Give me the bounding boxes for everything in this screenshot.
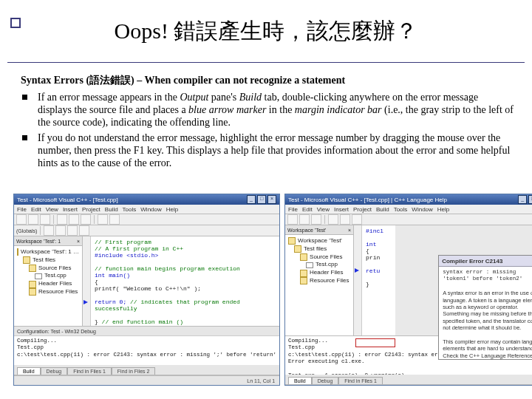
output-pane: Configuration: Test - Win32 Debug Compil… [14, 326, 279, 375]
toolbar-button[interactable] [40, 214, 50, 225]
panel-close-icon[interactable]: × [348, 228, 351, 233]
code-line: // function main begins program executio… [95, 265, 240, 272]
window-title: Test - Microsoft Visual C++ - [Test.cpp]… [288, 197, 447, 203]
code-line: retu [366, 267, 392, 274]
menu-item[interactable]: View [317, 206, 330, 213]
close-button[interactable]: × [267, 195, 276, 204]
tree-row[interactable]: Test.cpp [288, 261, 350, 269]
menu-item[interactable]: File [17, 206, 27, 213]
toolbar-button[interactable] [352, 214, 362, 225]
folder-icon [300, 277, 307, 284]
tab-debug[interactable]: Debug [312, 377, 339, 384]
toolbar-button[interactable] [328, 214, 338, 225]
toolbar-button[interactable] [299, 214, 310, 225]
tab-build[interactable]: Build [288, 377, 312, 384]
menu-item[interactable]: Help [166, 206, 178, 213]
tree-row[interactable]: Test files [17, 256, 79, 265]
menu-item[interactable]: Build [105, 206, 118, 213]
menu-item[interactable]: File [288, 206, 298, 213]
help-body[interactable]: syntax error : missing 'token1' before '… [439, 267, 532, 359]
margin-indicator-bar [354, 225, 362, 335]
tree-row[interactable]: Test.cpp [17, 272, 79, 280]
menu-item[interactable]: Help [437, 206, 449, 213]
toolbar-button[interactable] [69, 214, 79, 225]
tab-find2[interactable]: Find in Files 2 [112, 367, 156, 375]
maximize-button[interactable]: □ [528, 195, 532, 204]
code-editor[interactable]: #incl int { prin retu } [354, 225, 395, 335]
ide-window-right: Test - Microsoft Visual C++ - [Test.cpp]… [284, 194, 532, 386]
tree-row[interactable]: Header Files [288, 269, 350, 277]
toolbar-button[interactable] [67, 225, 78, 236]
code-line [366, 274, 392, 281]
tab-find1[interactable]: Find in Files 1 [338, 377, 383, 384]
maximize-button[interactable]: □ [257, 195, 266, 204]
tab-find1[interactable]: Find in Files 1 [67, 367, 112, 375]
toolbar-button[interactable] [81, 214, 91, 225]
toolbar-button[interactable] [57, 214, 67, 225]
bullet-item: If an error message appears in the Outpu… [21, 91, 514, 129]
toolbar-secondary: (Globals) [14, 225, 279, 236]
tab-debug[interactable]: Debug [41, 367, 68, 375]
screenshot-row: Test - Microsoft Visual C++ - [Test.cpp]… [13, 194, 519, 386]
toolbar-button[interactable] [109, 214, 120, 225]
workarea: Workspace 'Test' × Workspace 'Test' Test… [285, 225, 532, 335]
workspace-header: Workspace 'Test': 1 × [14, 236, 82, 246]
code-line [366, 234, 392, 241]
folder-icon [294, 245, 301, 253]
tree-row[interactable]: Source Files [288, 253, 350, 262]
tree-row[interactable]: Resource Files [17, 288, 79, 296]
code-comment: // end function main () [102, 318, 183, 325]
tree-row[interactable]: Header Files [17, 280, 79, 288]
tree-row[interactable]: Test files [288, 245, 350, 253]
toolbar-button[interactable] [55, 225, 66, 236]
minimize-button[interactable]: _ [247, 195, 256, 204]
bullet-text: If you do not understand the error messa… [38, 132, 514, 169]
file-tree: Workspace 'Test': 1 … Test files Source … [14, 246, 82, 299]
menu-item[interactable]: Build [376, 206, 389, 213]
toolbar-button[interactable] [287, 214, 298, 225]
menu-item[interactable]: Edit [302, 206, 313, 213]
menu-item[interactable]: Tools [123, 206, 137, 213]
toolbar [285, 214, 532, 225]
toolbar-separator [40, 226, 41, 235]
output-body[interactable]: Compiling... Test.cpp c:\test\test.cpp(1… [14, 336, 279, 365]
minimize-button[interactable]: _ [518, 195, 527, 204]
code-line: } [95, 318, 102, 325]
margin-indicator-bar [83, 236, 91, 326]
toolbar-button[interactable] [16, 214, 27, 225]
toolbar-button[interactable] [44, 225, 54, 236]
toolbar-button[interactable] [79, 225, 89, 236]
tree-row[interactable]: Workspace 'Test': 1 … [17, 248, 79, 256]
code-line: int main() [95, 272, 130, 279]
menu-item[interactable]: Project [353, 206, 372, 213]
menu-item[interactable]: Insert [334, 206, 349, 213]
globals-label: (Globals) [16, 228, 37, 233]
titlebar: Test - Microsoft Visual C++ - [Test.cpp]… [14, 194, 279, 205]
menubar: File Edit View Insert Project Build Tool… [285, 205, 532, 214]
toolbar-button[interactable] [340, 214, 350, 225]
slide-subheading: Syntax Errors (語法錯誤) – When compiler can… [21, 74, 514, 86]
tab-build[interactable]: Build [17, 367, 41, 375]
tree-row[interactable]: Resource Files [288, 277, 350, 285]
tree-row[interactable]: Workspace 'Test' [288, 237, 350, 245]
help-line: This compiler error may contain language… [443, 338, 532, 359]
code-line: { [366, 248, 392, 254]
folder-icon [23, 256, 30, 264]
code-line: prin [366, 254, 392, 261]
menu-item[interactable]: Window [140, 206, 161, 213]
slide-horizontal-rule [7, 62, 525, 63]
toolbar-separator [94, 215, 95, 224]
menu-item[interactable]: View [46, 206, 58, 213]
menu-item[interactable]: Edit [31, 206, 41, 213]
code-editor[interactable]: // First program // A first program in C… [83, 236, 279, 326]
toolbar-button[interactable] [28, 214, 38, 225]
menu-item[interactable]: Insert [63, 206, 78, 213]
panel-close-icon[interactable]: × [77, 239, 80, 244]
code-line [95, 292, 276, 299]
menu-item[interactable]: Window [412, 206, 432, 213]
toolbar-button[interactable] [311, 214, 321, 225]
menu-item[interactable]: Tools [394, 206, 408, 213]
menu-item[interactable]: Project [82, 206, 100, 213]
toolbar-button[interactable] [98, 214, 108, 225]
tree-row[interactable]: Source Files [17, 265, 79, 273]
